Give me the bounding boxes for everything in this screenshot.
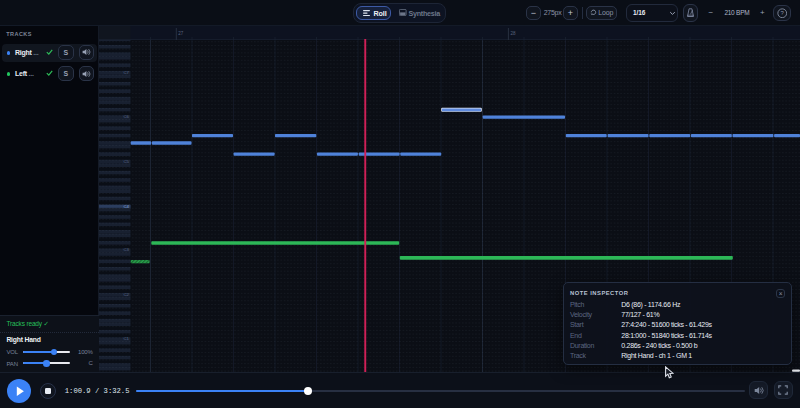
- svg-text:?: ?: [780, 10, 784, 16]
- svg-text:28: 28: [510, 31, 516, 36]
- svg-text:27: 27: [178, 31, 184, 36]
